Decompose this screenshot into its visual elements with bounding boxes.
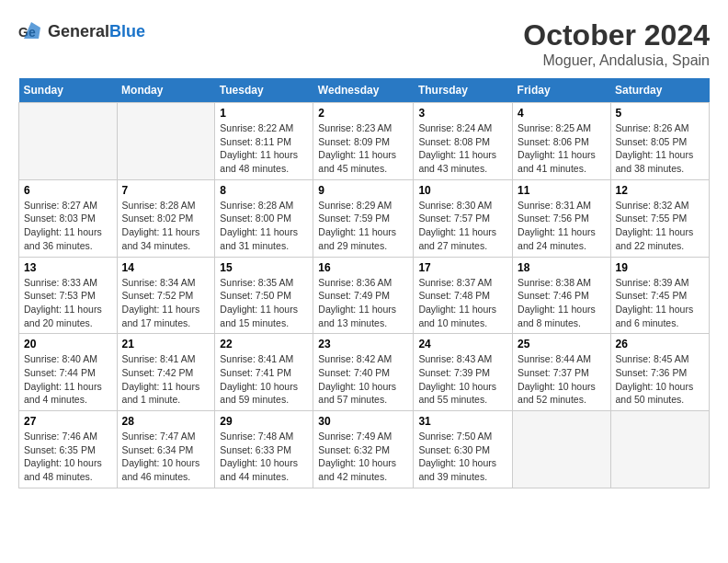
calendar-cell: 3 Sunrise: 8:24 AMSunset: 8:08 PMDayligh… xyxy=(414,103,513,180)
day-number: 3 xyxy=(418,107,507,120)
calendar-cell: 2 Sunrise: 8:23 AMSunset: 8:09 PMDayligh… xyxy=(313,103,414,180)
week-row-5: 27 Sunrise: 7:46 AMSunset: 6:35 PMDaylig… xyxy=(19,411,710,488)
day-info: Sunrise: 8:41 AMSunset: 7:41 PMDaylight:… xyxy=(220,352,308,407)
calendar-cell: 14 Sunrise: 8:34 AMSunset: 7:52 PMDaylig… xyxy=(117,257,215,334)
day-number: 27 xyxy=(24,415,112,428)
calendar-cell: 8 Sunrise: 8:28 AMSunset: 8:00 PMDayligh… xyxy=(215,179,313,257)
calendar-cell: 24 Sunrise: 8:43 AMSunset: 7:39 PMDaylig… xyxy=(414,334,513,411)
logo-blue: Blue xyxy=(109,22,145,40)
day-number: 8 xyxy=(220,184,308,197)
day-info: Sunrise: 8:27 AMSunset: 8:03 PMDaylight:… xyxy=(24,199,112,253)
header-monday: Monday xyxy=(117,78,215,103)
day-info: Sunrise: 8:36 AMSunset: 7:49 PMDaylight:… xyxy=(318,276,408,330)
day-number: 12 xyxy=(616,184,705,197)
calendar-cell: 9 Sunrise: 8:29 AMSunset: 7:59 PMDayligh… xyxy=(313,179,414,257)
calendar-cell: 26 Sunrise: 8:45 AMSunset: 7:36 PMDaylig… xyxy=(610,334,710,411)
header-friday: Friday xyxy=(513,78,610,103)
day-info: Sunrise: 7:46 AMSunset: 6:35 PMDaylight:… xyxy=(24,430,112,484)
header-sunday: Sunday xyxy=(19,78,118,103)
calendar-cell: 13 Sunrise: 8:33 AMSunset: 7:53 PMDaylig… xyxy=(19,257,118,334)
calendar-cell: 15 Sunrise: 8:35 AMSunset: 7:50 PMDaylig… xyxy=(215,257,313,334)
day-number: 1 xyxy=(220,107,308,120)
day-info: Sunrise: 8:23 AMSunset: 8:09 PMDaylight:… xyxy=(318,121,408,176)
calendar-cell: 5 Sunrise: 8:26 AMSunset: 8:05 PMDayligh… xyxy=(610,103,710,180)
calendar-cell: 1 Sunrise: 8:22 AMSunset: 8:11 PMDayligh… xyxy=(215,103,313,180)
day-number: 28 xyxy=(122,415,210,428)
day-info: Sunrise: 8:37 AMSunset: 7:48 PMDaylight:… xyxy=(418,276,507,330)
day-info: Sunrise: 8:35 AMSunset: 7:50 PMDaylight:… xyxy=(220,276,308,330)
day-number: 21 xyxy=(122,338,210,350)
day-number: 13 xyxy=(24,261,112,274)
calendar-cell: 29 Sunrise: 7:48 AMSunset: 6:33 PMDaylig… xyxy=(215,411,313,488)
calendar-cell: 27 Sunrise: 7:46 AMSunset: 6:35 PMDaylig… xyxy=(19,411,118,488)
calendar-cell: 7 Sunrise: 8:28 AMSunset: 8:02 PMDayligh… xyxy=(117,179,215,257)
calendar-cell: 28 Sunrise: 7:47 AMSunset: 6:34 PMDaylig… xyxy=(117,411,215,488)
page-header: Ge GeneralBlue October 2024 Moguer, Anda… xyxy=(18,18,710,69)
day-number: 9 xyxy=(318,184,408,197)
day-info: Sunrise: 8:22 AMSunset: 8:11 PMDaylight:… xyxy=(220,121,308,176)
day-info: Sunrise: 8:41 AMSunset: 7:42 PMDaylight:… xyxy=(122,352,210,407)
day-info: Sunrise: 8:44 AMSunset: 7:37 PMDaylight:… xyxy=(518,352,605,407)
day-info: Sunrise: 7:50 AMSunset: 6:30 PMDaylight:… xyxy=(418,430,507,484)
day-number: 26 xyxy=(616,338,705,350)
day-info: Sunrise: 8:33 AMSunset: 7:53 PMDaylight:… xyxy=(24,276,112,330)
day-number: 18 xyxy=(518,261,605,274)
day-info: Sunrise: 8:26 AMSunset: 8:05 PMDaylight:… xyxy=(616,121,705,176)
calendar-cell: 17 Sunrise: 8:37 AMSunset: 7:48 PMDaylig… xyxy=(414,257,513,334)
calendar-cell: 16 Sunrise: 8:36 AMSunset: 7:49 PMDaylig… xyxy=(313,257,414,334)
day-info: Sunrise: 7:49 AMSunset: 6:32 PMDaylight:… xyxy=(318,430,408,484)
day-number: 15 xyxy=(220,261,308,274)
calendar-cell: 25 Sunrise: 8:44 AMSunset: 7:37 PMDaylig… xyxy=(513,334,610,411)
calendar-table: Sunday Monday Tuesday Wednesday Thursday… xyxy=(18,78,710,488)
header-thursday: Thursday xyxy=(414,78,513,103)
day-number: 10 xyxy=(418,184,507,197)
day-number: 16 xyxy=(318,261,408,274)
day-number: 30 xyxy=(318,415,408,428)
calendar-cell: 23 Sunrise: 8:42 AMSunset: 7:40 PMDaylig… xyxy=(313,334,414,411)
day-number: 7 xyxy=(122,184,210,197)
logo: Ge GeneralBlue xyxy=(18,18,145,44)
day-info: Sunrise: 8:31 AMSunset: 7:56 PMDaylight:… xyxy=(518,199,605,253)
day-info: Sunrise: 8:30 AMSunset: 7:57 PMDaylight:… xyxy=(418,199,507,253)
day-number: 14 xyxy=(122,261,210,274)
calendar-cell xyxy=(610,411,710,488)
day-info: Sunrise: 7:47 AMSunset: 6:34 PMDaylight:… xyxy=(122,430,210,484)
day-number: 25 xyxy=(518,338,605,350)
calendar-cell: 6 Sunrise: 8:27 AMSunset: 8:03 PMDayligh… xyxy=(19,179,118,257)
day-info: Sunrise: 8:39 AMSunset: 7:45 PMDaylight:… xyxy=(616,276,705,330)
day-info: Sunrise: 8:45 AMSunset: 7:36 PMDaylight:… xyxy=(616,352,705,407)
logo-general: General xyxy=(48,22,109,40)
header-saturday: Saturday xyxy=(610,78,710,103)
calendar-cell: 12 Sunrise: 8:32 AMSunset: 7:55 PMDaylig… xyxy=(610,179,710,257)
day-number: 29 xyxy=(220,415,308,428)
day-number: 4 xyxy=(518,107,605,120)
calendar-cell xyxy=(513,411,610,488)
calendar-cell: 18 Sunrise: 8:38 AMSunset: 7:46 PMDaylig… xyxy=(513,257,610,334)
day-number: 11 xyxy=(518,184,605,197)
day-info: Sunrise: 8:42 AMSunset: 7:40 PMDaylight:… xyxy=(318,352,408,407)
header-tuesday: Tuesday xyxy=(215,78,313,103)
day-number: 2 xyxy=(318,107,408,120)
day-info: Sunrise: 8:34 AMSunset: 7:52 PMDaylight:… xyxy=(122,276,210,330)
day-number: 20 xyxy=(24,338,112,350)
logo-icon: Ge xyxy=(18,18,44,44)
day-info: Sunrise: 8:38 AMSunset: 7:46 PMDaylight:… xyxy=(518,276,605,330)
day-info: Sunrise: 8:28 AMSunset: 8:02 PMDaylight:… xyxy=(122,199,210,253)
day-number: 17 xyxy=(418,261,507,274)
day-number: 23 xyxy=(318,338,408,350)
calendar-cell: 20 Sunrise: 8:40 AMSunset: 7:44 PMDaylig… xyxy=(19,334,118,411)
location-title: Moguer, Andalusia, Spain xyxy=(523,52,710,69)
week-row-3: 13 Sunrise: 8:33 AMSunset: 7:53 PMDaylig… xyxy=(19,257,710,334)
calendar-cell: 11 Sunrise: 8:31 AMSunset: 7:56 PMDaylig… xyxy=(513,179,610,257)
week-row-2: 6 Sunrise: 8:27 AMSunset: 8:03 PMDayligh… xyxy=(19,179,710,257)
week-row-4: 20 Sunrise: 8:40 AMSunset: 7:44 PMDaylig… xyxy=(19,334,710,411)
day-number: 6 xyxy=(24,184,112,197)
header-row: Sunday Monday Tuesday Wednesday Thursday… xyxy=(19,78,710,103)
week-row-1: 1 Sunrise: 8:22 AMSunset: 8:11 PMDayligh… xyxy=(19,103,710,180)
header-wednesday: Wednesday xyxy=(313,78,414,103)
day-info: Sunrise: 7:48 AMSunset: 6:33 PMDaylight:… xyxy=(220,430,308,484)
day-info: Sunrise: 8:25 AMSunset: 8:06 PMDaylight:… xyxy=(518,121,605,176)
day-number: 31 xyxy=(418,415,507,428)
calendar-cell: 30 Sunrise: 7:49 AMSunset: 6:32 PMDaylig… xyxy=(313,411,414,488)
calendar-cell xyxy=(19,103,118,180)
